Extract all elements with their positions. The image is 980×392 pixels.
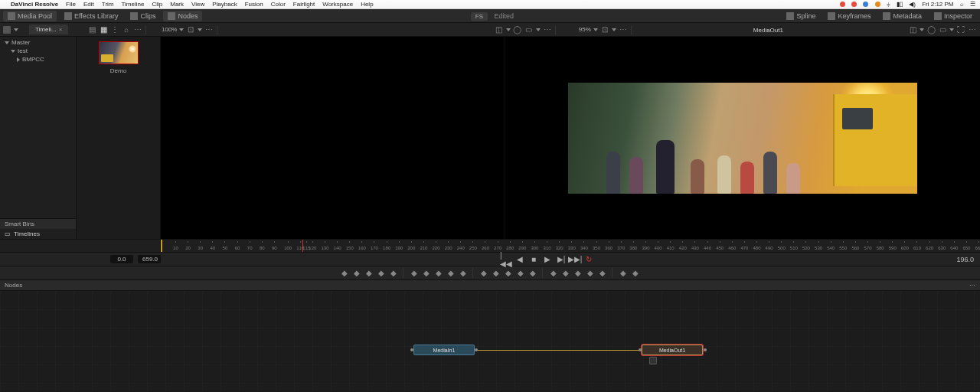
status-dot-cloud-icon[interactable] <box>863 2 868 7</box>
view-list-icon[interactable]: ▤ <box>87 25 96 34</box>
view-opts-icon[interactable]: ⋯ <box>543 25 552 34</box>
mac-clock[interactable]: Fri 2:12 PM <box>922 1 953 8</box>
tool-mask-icon[interactable]: ◆ <box>377 268 387 278</box>
keyframes-button[interactable]: Keyframes <box>823 11 875 21</box>
options-icon[interactable]: ⋯ <box>133 25 142 34</box>
node-out-input-port[interactable] <box>639 348 642 351</box>
node-connection[interactable] <box>475 350 642 351</box>
rviewer-opts-icon[interactable]: ⋯ <box>619 25 628 34</box>
playhead[interactable] <box>302 240 303 252</box>
tool-3d-icon[interactable]: ◆ <box>528 268 538 278</box>
close-icon[interactable]: × <box>59 26 63 33</box>
node-input-port[interactable] <box>410 348 413 351</box>
tool-render-icon[interactable]: ◆ <box>549 268 559 278</box>
in-timecode[interactable]: 0.0 <box>110 255 133 263</box>
in-point-marker[interactable] <box>161 240 162 252</box>
tool-part-icon[interactable]: ◆ <box>561 268 571 278</box>
wifi-icon[interactable]: ⏚ <box>887 1 890 8</box>
mac-menu-help[interactable]: Help <box>361 1 373 8</box>
mac-app-name[interactable]: DaVinci Resolve <box>11 1 58 8</box>
step-fwd-button[interactable]: ▶| <box>557 255 566 264</box>
tool-cam-icon[interactable]: ◆ <box>516 268 526 278</box>
nodes-canvas[interactable]: MediaIn1 MediaOut1 <box>0 291 980 390</box>
rview-b-icon[interactable]: ▭ <box>938 25 947 34</box>
rsplit-menu-icon[interactable] <box>920 28 924 31</box>
rsplit-icon[interactable]: ◫ <box>908 25 917 34</box>
bin-master[interactable]: Master <box>3 38 73 47</box>
viewer-opts-icon[interactable]: ⋯ <box>204 25 214 34</box>
search-icon[interactable]: ⌕ <box>122 25 131 34</box>
mac-menu-clip[interactable]: Clip <box>152 1 162 8</box>
sort-icon[interactable]: ⋮ <box>110 25 119 34</box>
tool-crop-icon[interactable]: ◆ <box>492 268 501 278</box>
media-pool-button[interactable]: Media Pool <box>3 11 57 21</box>
control-center-icon[interactable]: ☰ <box>970 1 975 8</box>
bin-test[interactable]: test <box>3 47 73 55</box>
panel-layout-icon[interactable] <box>3 26 11 34</box>
mac-menu-workspace[interactable]: Workspace <box>322 1 353 8</box>
mac-menu-trim[interactable]: Trim <box>102 1 114 8</box>
rzoom-menu-icon[interactable] <box>593 28 598 31</box>
clip-thumbnail[interactable] <box>99 41 139 64</box>
view-b-menu-icon[interactable] <box>536 28 541 31</box>
tool-keyer-icon[interactable]: ◆ <box>573 268 583 278</box>
right-viewer[interactable] <box>505 37 980 239</box>
node-media-in[interactable]: MediaIn1 <box>413 345 475 355</box>
zoom-menu-icon[interactable] <box>179 28 184 31</box>
split-view-icon[interactable]: ◫ <box>495 25 504 34</box>
node-viewer-assign-icon[interactable] <box>649 357 657 364</box>
right-viewer-zoom[interactable]: 95% <box>579 26 591 33</box>
view-a-icon[interactable]: ◯ <box>513 25 522 34</box>
smart-bin-timelines[interactable]: ▭ Timelines <box>0 229 76 239</box>
stop-button[interactable]: ■ <box>529 255 538 264</box>
tool-lens-icon[interactable]: ◆ <box>598 268 608 278</box>
rview-b-menu-icon[interactable] <box>949 28 954 31</box>
panel-layout-menu-icon[interactable] <box>14 28 18 31</box>
tool-xf-icon[interactable]: ◆ <box>479 268 489 278</box>
mac-menu-file[interactable]: File <box>66 1 76 8</box>
tool-color-icon[interactable]: ◆ <box>459 268 469 278</box>
tool-matte-icon[interactable]: ◆ <box>586 268 596 278</box>
mac-menu-timeline[interactable]: Timeline <box>122 1 145 8</box>
mac-menu-view[interactable]: View <box>191 1 204 8</box>
inspector-button[interactable]: Inspector <box>929 11 977 21</box>
clips-button[interactable]: Clips <box>126 11 160 21</box>
node-out-output-port[interactable] <box>704 348 707 351</box>
tool-light-icon[interactable]: ◆ <box>434 268 444 278</box>
fit-menu-icon[interactable] <box>198 28 202 31</box>
rfit-icon[interactable]: ⊡ <box>600 25 609 34</box>
loop-button[interactable]: ↻ <box>584 255 593 264</box>
tool-paint-icon[interactable]: ◆ <box>389 268 399 278</box>
volume-icon[interactable]: ◀) <box>909 1 916 8</box>
r-expand-icon[interactable]: ⛶ <box>956 25 965 34</box>
rview-a-icon[interactable]: ◯ <box>926 25 936 34</box>
status-dot-icon[interactable] <box>851 2 857 7</box>
tool-tracker-icon[interactable]: ◆ <box>422 268 432 278</box>
go-end-button[interactable]: ▶▶| <box>570 255 580 264</box>
node-output-port[interactable] <box>475 348 478 351</box>
nodes-button[interactable]: Nodes <box>163 11 202 21</box>
node-media-out[interactable]: MediaOut1 <box>642 345 703 355</box>
effects-button[interactable]: Effects Library <box>60 11 122 21</box>
fit-icon[interactable]: ⊡ <box>186 25 195 34</box>
out-timecode[interactable]: 659.0 <box>138 255 161 263</box>
left-viewer-zoom[interactable]: 100% <box>162 26 177 33</box>
mac-menu-mark[interactable]: Mark <box>170 1 184 8</box>
split-menu-icon[interactable] <box>506 28 511 31</box>
left-viewer[interactable] <box>161 37 505 239</box>
mac-menu-playback[interactable]: Playback <box>212 1 237 8</box>
tool-glow-icon[interactable]: ◆ <box>631 268 641 278</box>
spline-button[interactable]: Spline <box>782 11 820 21</box>
mac-menu-edit[interactable]: Edit <box>83 1 94 8</box>
tool-film-icon[interactable]: ◆ <box>619 268 629 278</box>
tool-bg-icon[interactable]: ◆ <box>340 268 350 278</box>
view-grid-icon[interactable]: ▦ <box>99 25 108 34</box>
bin-tab[interactable]: Timeli... × <box>29 24 68 34</box>
metadata-button[interactable]: Metadata <box>878 11 926 21</box>
tool-merge-icon[interactable]: ◆ <box>352 268 362 278</box>
view-b-icon[interactable]: ▭ <box>524 25 534 34</box>
rview-opts-icon[interactable]: ⋯ <box>968 25 977 34</box>
status-dot-record-icon[interactable] <box>840 2 845 7</box>
rfit-menu-icon[interactable] <box>612 28 616 31</box>
mac-menu-fusion[interactable]: Fusion <box>245 1 263 8</box>
